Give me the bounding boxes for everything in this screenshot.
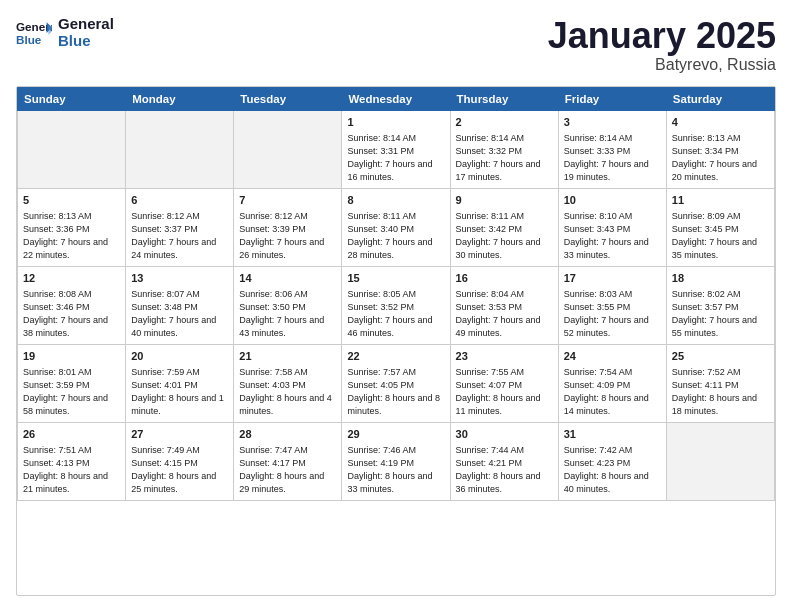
cell-info: Sunrise: 7:58 AMSunset: 4:03 PMDaylight:…	[239, 366, 336, 418]
cell-info: Sunrise: 8:12 AMSunset: 3:39 PMDaylight:…	[239, 210, 336, 262]
calendar-cell	[666, 423, 774, 501]
calendar-cell	[234, 110, 342, 188]
page: General Blue General Blue January 2025 B…	[0, 0, 792, 612]
cell-info: Sunrise: 8:13 AMSunset: 3:34 PMDaylight:…	[672, 132, 769, 184]
calendar: Sunday Monday Tuesday Wednesday Thursday…	[16, 86, 776, 596]
calendar-cell: 19Sunrise: 8:01 AMSunset: 3:59 PMDayligh…	[18, 344, 126, 422]
day-number: 22	[347, 349, 444, 365]
day-number: 26	[23, 427, 120, 443]
header-saturday: Saturday	[666, 87, 774, 110]
day-number: 8	[347, 193, 444, 209]
calendar-cell: 22Sunrise: 7:57 AMSunset: 4:05 PMDayligh…	[342, 344, 450, 422]
logo-general-text: General	[58, 16, 114, 33]
day-number: 12	[23, 271, 120, 287]
cell-info: Sunrise: 8:11 AMSunset: 3:40 PMDaylight:…	[347, 210, 444, 262]
cell-info: Sunrise: 8:09 AMSunset: 3:45 PMDaylight:…	[672, 210, 769, 262]
calendar-cell: 4Sunrise: 8:13 AMSunset: 3:34 PMDaylight…	[666, 110, 774, 188]
cell-info: Sunrise: 8:02 AMSunset: 3:57 PMDaylight:…	[672, 288, 769, 340]
svg-text:Blue: Blue	[16, 32, 42, 45]
day-number: 24	[564, 349, 661, 365]
calendar-cell: 27Sunrise: 7:49 AMSunset: 4:15 PMDayligh…	[126, 423, 234, 501]
day-number: 3	[564, 115, 661, 131]
day-number: 15	[347, 271, 444, 287]
day-number: 25	[672, 349, 769, 365]
day-number: 23	[456, 349, 553, 365]
calendar-cell: 23Sunrise: 7:55 AMSunset: 4:07 PMDayligh…	[450, 344, 558, 422]
cell-info: Sunrise: 7:55 AMSunset: 4:07 PMDaylight:…	[456, 366, 553, 418]
logo-blue-text: Blue	[58, 33, 114, 50]
calendar-cell: 9Sunrise: 8:11 AMSunset: 3:42 PMDaylight…	[450, 188, 558, 266]
cell-info: Sunrise: 8:08 AMSunset: 3:46 PMDaylight:…	[23, 288, 120, 340]
header-wednesday: Wednesday	[342, 87, 450, 110]
day-number: 31	[564, 427, 661, 443]
day-number: 16	[456, 271, 553, 287]
calendar-cell: 24Sunrise: 7:54 AMSunset: 4:09 PMDayligh…	[558, 344, 666, 422]
header-sunday: Sunday	[18, 87, 126, 110]
cell-info: Sunrise: 8:03 AMSunset: 3:55 PMDaylight:…	[564, 288, 661, 340]
header-thursday: Thursday	[450, 87, 558, 110]
calendar-subtitle: Batyrevo, Russia	[548, 56, 776, 74]
cell-info: Sunrise: 8:14 AMSunset: 3:32 PMDaylight:…	[456, 132, 553, 184]
day-number: 29	[347, 427, 444, 443]
cell-info: Sunrise: 8:11 AMSunset: 3:42 PMDaylight:…	[456, 210, 553, 262]
calendar-cell: 28Sunrise: 7:47 AMSunset: 4:17 PMDayligh…	[234, 423, 342, 501]
cell-info: Sunrise: 7:47 AMSunset: 4:17 PMDaylight:…	[239, 444, 336, 496]
header-tuesday: Tuesday	[234, 87, 342, 110]
day-number: 18	[672, 271, 769, 287]
cell-info: Sunrise: 7:44 AMSunset: 4:21 PMDaylight:…	[456, 444, 553, 496]
calendar-week-4: 26Sunrise: 7:51 AMSunset: 4:13 PMDayligh…	[18, 423, 775, 501]
calendar-cell: 18Sunrise: 8:02 AMSunset: 3:57 PMDayligh…	[666, 266, 774, 344]
title-area: January 2025 Batyrevo, Russia	[548, 16, 776, 74]
cell-info: Sunrise: 8:14 AMSunset: 3:31 PMDaylight:…	[347, 132, 444, 184]
calendar-cell: 8Sunrise: 8:11 AMSunset: 3:40 PMDaylight…	[342, 188, 450, 266]
calendar-cell: 16Sunrise: 8:04 AMSunset: 3:53 PMDayligh…	[450, 266, 558, 344]
cell-info: Sunrise: 7:59 AMSunset: 4:01 PMDaylight:…	[131, 366, 228, 418]
day-number: 10	[564, 193, 661, 209]
calendar-cell	[18, 110, 126, 188]
cell-info: Sunrise: 7:49 AMSunset: 4:15 PMDaylight:…	[131, 444, 228, 496]
calendar-cell	[126, 110, 234, 188]
header-friday: Friday	[558, 87, 666, 110]
day-number: 27	[131, 427, 228, 443]
day-number: 30	[456, 427, 553, 443]
day-number: 17	[564, 271, 661, 287]
calendar-cell: 20Sunrise: 7:59 AMSunset: 4:01 PMDayligh…	[126, 344, 234, 422]
calendar-cell: 30Sunrise: 7:44 AMSunset: 4:21 PMDayligh…	[450, 423, 558, 501]
day-number: 5	[23, 193, 120, 209]
cell-info: Sunrise: 8:10 AMSunset: 3:43 PMDaylight:…	[564, 210, 661, 262]
header-monday: Monday	[126, 87, 234, 110]
day-number: 11	[672, 193, 769, 209]
day-number: 9	[456, 193, 553, 209]
calendar-header-row: Sunday Monday Tuesday Wednesday Thursday…	[18, 87, 775, 110]
day-number: 20	[131, 349, 228, 365]
cell-info: Sunrise: 7:42 AMSunset: 4:23 PMDaylight:…	[564, 444, 661, 496]
cell-info: Sunrise: 7:51 AMSunset: 4:13 PMDaylight:…	[23, 444, 120, 496]
calendar-cell: 26Sunrise: 7:51 AMSunset: 4:13 PMDayligh…	[18, 423, 126, 501]
calendar-cell: 10Sunrise: 8:10 AMSunset: 3:43 PMDayligh…	[558, 188, 666, 266]
calendar-cell: 17Sunrise: 8:03 AMSunset: 3:55 PMDayligh…	[558, 266, 666, 344]
calendar-cell: 12Sunrise: 8:08 AMSunset: 3:46 PMDayligh…	[18, 266, 126, 344]
calendar-cell: 31Sunrise: 7:42 AMSunset: 4:23 PMDayligh…	[558, 423, 666, 501]
calendar-cell: 29Sunrise: 7:46 AMSunset: 4:19 PMDayligh…	[342, 423, 450, 501]
cell-info: Sunrise: 7:57 AMSunset: 4:05 PMDaylight:…	[347, 366, 444, 418]
day-number: 19	[23, 349, 120, 365]
cell-info: Sunrise: 8:12 AMSunset: 3:37 PMDaylight:…	[131, 210, 228, 262]
cell-info: Sunrise: 7:54 AMSunset: 4:09 PMDaylight:…	[564, 366, 661, 418]
calendar-title: January 2025	[548, 16, 776, 56]
calendar-cell: 6Sunrise: 8:12 AMSunset: 3:37 PMDaylight…	[126, 188, 234, 266]
calendar-cell: 13Sunrise: 8:07 AMSunset: 3:48 PMDayligh…	[126, 266, 234, 344]
calendar-cell: 25Sunrise: 7:52 AMSunset: 4:11 PMDayligh…	[666, 344, 774, 422]
logo-icon: General Blue	[16, 18, 52, 48]
calendar-cell: 5Sunrise: 8:13 AMSunset: 3:36 PMDaylight…	[18, 188, 126, 266]
calendar-cell: 1Sunrise: 8:14 AMSunset: 3:31 PMDaylight…	[342, 110, 450, 188]
day-number: 14	[239, 271, 336, 287]
calendar-cell: 21Sunrise: 7:58 AMSunset: 4:03 PMDayligh…	[234, 344, 342, 422]
logo: General Blue General Blue	[16, 16, 114, 49]
day-number: 7	[239, 193, 336, 209]
day-number: 1	[347, 115, 444, 131]
calendar-cell: 2Sunrise: 8:14 AMSunset: 3:32 PMDaylight…	[450, 110, 558, 188]
calendar-cell: 3Sunrise: 8:14 AMSunset: 3:33 PMDaylight…	[558, 110, 666, 188]
day-number: 13	[131, 271, 228, 287]
calendar-week-2: 12Sunrise: 8:08 AMSunset: 3:46 PMDayligh…	[18, 266, 775, 344]
calendar-cell: 14Sunrise: 8:06 AMSunset: 3:50 PMDayligh…	[234, 266, 342, 344]
